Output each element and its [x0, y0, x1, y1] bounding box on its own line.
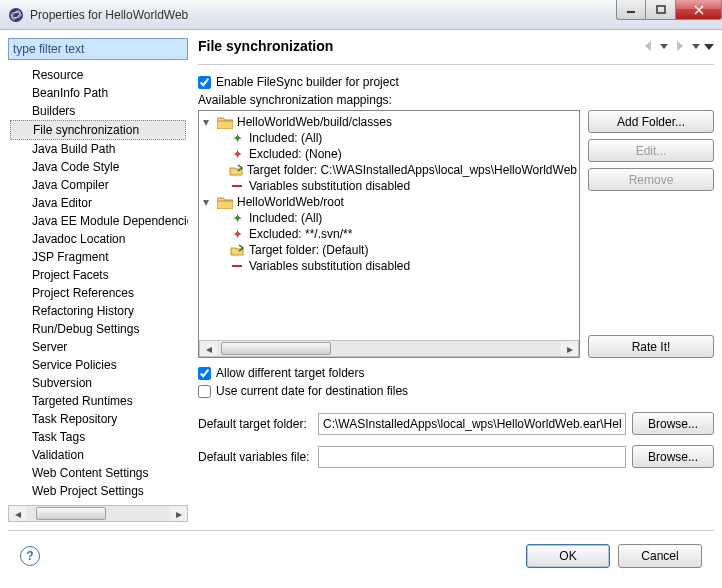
sidebar-item[interactable]: Web Content Settings [8, 464, 188, 482]
mapping-label: Included: (All) [249, 131, 322, 145]
mapping-row[interactable]: ▾HelloWorldWeb/root [201, 194, 577, 210]
svg-rect-4 [657, 6, 665, 13]
target-icon [229, 163, 243, 177]
sidebar-item[interactable]: XDoclet [8, 500, 188, 503]
expand-icon[interactable]: ▾ [203, 195, 213, 209]
sidebar-item[interactable]: Java Build Path [8, 140, 188, 158]
enable-filesync-checkbox[interactable] [198, 76, 211, 89]
allow-different-folders-label: Allow different target folders [216, 366, 365, 380]
edit-button[interactable]: Edit... [588, 139, 714, 162]
window-controls [616, 0, 722, 29]
mapping-label: Excluded: **/.svn/** [249, 227, 352, 241]
mapping-row[interactable]: ✦Included: (All) [201, 130, 577, 146]
svg-rect-6 [232, 265, 242, 267]
sidebar-item[interactable]: Java Editor [8, 194, 188, 212]
expand-icon[interactable]: ▾ [203, 115, 213, 129]
sidebar-item[interactable]: Java EE Module Dependencies [8, 212, 188, 230]
vars-icon [229, 259, 245, 273]
mapping-row[interactable]: ✦Included: (All) [201, 210, 577, 226]
mapping-label: HelloWorldWeb/build/classes [237, 115, 392, 129]
mappings-label: Available synchronization mappings: [198, 93, 714, 107]
scroll-left-arrow[interactable]: ◂ [9, 506, 26, 521]
mapping-label: Variables substitution disabled [249, 179, 410, 193]
scroll-left-arrow[interactable]: ◂ [200, 341, 217, 356]
sidebar-item[interactable]: Javadoc Location [8, 230, 188, 248]
default-vars-input[interactable] [318, 446, 626, 468]
included-icon: ✦ [229, 211, 245, 225]
sidebar-item[interactable]: Task Repository [8, 410, 188, 428]
scrollbar-thumb[interactable] [221, 342, 331, 355]
minimize-button[interactable] [616, 0, 646, 20]
scrollbar-horizontal[interactable]: ◂ ▸ [8, 505, 188, 522]
rate-it-button[interactable]: Rate It! [588, 335, 714, 358]
mapping-row[interactable]: ✦Excluded: **/.svn/** [201, 226, 577, 242]
back-icon[interactable] [640, 38, 656, 54]
back-dropdown-icon[interactable] [660, 38, 668, 54]
svg-rect-5 [232, 185, 242, 187]
sidebar: ResourceBeanInfo PathBuildersFile synchr… [8, 38, 188, 522]
folder-icon [217, 196, 233, 209]
mapping-label: Target folder: C:\WASInstalledApps\local… [247, 163, 577, 177]
sidebar-item[interactable]: Validation [8, 446, 188, 464]
dialog-footer: ? OK Cancel [8, 530, 714, 580]
sidebar-item[interactable]: Refactoring History [8, 302, 188, 320]
mapping-row[interactable]: Variables substitution disabled [201, 178, 577, 194]
scroll-right-arrow[interactable]: ▸ [561, 341, 578, 356]
mappings-tree[interactable]: ▾HelloWorldWeb/build/classes✦Included: (… [198, 110, 580, 358]
category-tree[interactable]: ResourceBeanInfo PathBuildersFile synchr… [8, 66, 188, 503]
window-title: Properties for HelloWorldWeb [30, 8, 616, 22]
use-current-date-label: Use current date for destination files [216, 384, 408, 398]
forward-dropdown-icon[interactable] [692, 38, 700, 54]
folder-icon [217, 116, 233, 129]
sidebar-item[interactable]: Service Policies [8, 356, 188, 374]
sidebar-item[interactable]: Web Project Settings [8, 482, 188, 500]
ok-button[interactable]: OK [526, 544, 610, 568]
sidebar-item[interactable]: File synchronization [10, 120, 186, 140]
mapping-row[interactable]: Target folder: C:\WASInstalledApps\local… [201, 162, 577, 178]
maximize-button[interactable] [646, 0, 676, 20]
menu-dropdown-icon[interactable] [704, 38, 714, 54]
sidebar-item[interactable]: Java Compiler [8, 176, 188, 194]
mapping-row[interactable]: ✦Excluded: (None) [201, 146, 577, 162]
page-title: File synchronization [198, 38, 640, 54]
svg-rect-3 [627, 11, 635, 13]
enable-filesync-label: Enable FileSync builder for project [216, 75, 399, 89]
add-folder-button[interactable]: Add Folder... [588, 110, 714, 133]
main-panel: File synchronization Enable FileSync bui… [194, 38, 714, 522]
scroll-right-arrow[interactable]: ▸ [170, 506, 187, 521]
help-icon[interactable]: ? [20, 546, 40, 566]
use-current-date-checkbox[interactable] [198, 385, 211, 398]
sidebar-item[interactable]: Server [8, 338, 188, 356]
close-button[interactable] [676, 0, 722, 20]
mapping-row[interactable]: Variables substitution disabled [201, 258, 577, 274]
sidebar-item[interactable]: Subversion [8, 374, 188, 392]
vars-icon [229, 179, 245, 193]
sidebar-item[interactable]: Project Facets [8, 266, 188, 284]
sidebar-item[interactable]: JSP Fragment [8, 248, 188, 266]
forward-icon[interactable] [672, 38, 688, 54]
titlebar: Properties for HelloWorldWeb [0, 0, 722, 30]
cancel-button[interactable]: Cancel [618, 544, 702, 568]
sidebar-item[interactable]: Run/Debug Settings [8, 320, 188, 338]
included-icon: ✦ [229, 131, 245, 145]
filter-input[interactable] [8, 38, 188, 60]
sidebar-item[interactable]: BeanInfo Path [8, 84, 188, 102]
default-target-input[interactable] [318, 413, 626, 435]
sidebar-item[interactable]: Targeted Runtimes [8, 392, 188, 410]
browse-target-button[interactable]: Browse... [632, 412, 714, 435]
target-icon [229, 243, 245, 257]
sidebar-item[interactable]: Builders [8, 102, 188, 120]
excluded-icon: ✦ [229, 227, 245, 241]
scrollbar-thumb[interactable] [36, 507, 106, 520]
mapping-row[interactable]: ▾HelloWorldWeb/build/classes [201, 114, 577, 130]
sidebar-item[interactable]: Project References [8, 284, 188, 302]
mapping-label: Target folder: (Default) [249, 243, 368, 257]
remove-button[interactable]: Remove [588, 168, 714, 191]
sidebar-item[interactable]: Resource [8, 66, 188, 84]
mapping-row[interactable]: Target folder: (Default) [201, 242, 577, 258]
sidebar-item[interactable]: Task Tags [8, 428, 188, 446]
sidebar-item[interactable]: Java Code Style [8, 158, 188, 176]
default-vars-label: Default variables file: [198, 450, 312, 464]
allow-different-folders-checkbox[interactable] [198, 367, 211, 380]
browse-vars-button[interactable]: Browse... [632, 445, 714, 468]
